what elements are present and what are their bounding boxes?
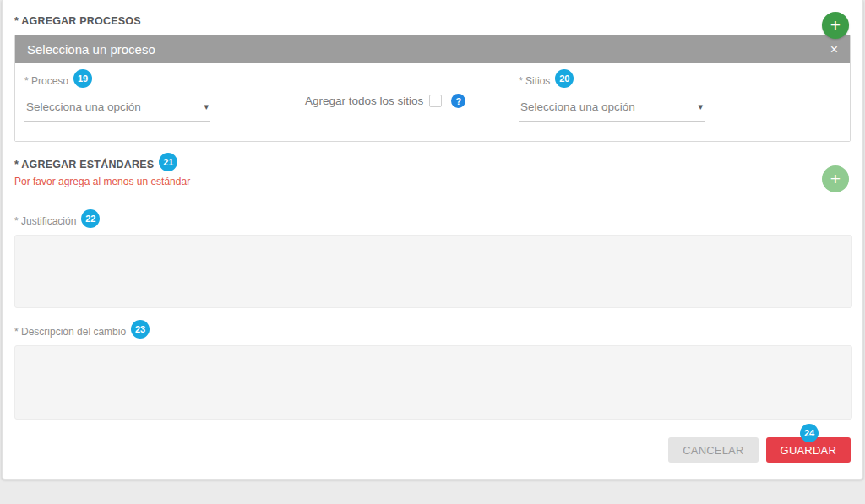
cancel-button[interactable]: CANCELAR	[668, 437, 758, 463]
proceso-panel-header: Selecciona un proceso ×	[15, 35, 850, 63]
descripcion-textarea[interactable]	[14, 345, 852, 420]
proceso-field: * Proceso19 Selecciona una opción ▾	[24, 72, 210, 122]
step-badge-21: 21	[159, 153, 177, 171]
justificacion-label: * Justificación	[14, 215, 76, 227]
procesos-section-header: * AGREGAR PROCESOS	[14, 0, 851, 14]
descripcion-label: * Descripción del cambio	[14, 326, 126, 338]
plus-icon: +	[830, 169, 841, 188]
form-card: * AGREGAR PROCESOS + Selecciona un proce…	[2, 0, 863, 480]
proceso-panel-body: * Proceso19 Selecciona una opción ▾ Agre…	[15, 63, 850, 141]
descripcion-header: * Descripción del cambio23	[14, 322, 851, 337]
justificacion-header: * Justificación22	[14, 212, 851, 226]
proceso-panel-title: Selecciona un proceso	[27, 42, 830, 57]
sitios-label: * Sitios	[519, 75, 550, 87]
step-badge-24: 24	[800, 424, 819, 442]
sitios-select-value: Selecciona una opción	[520, 100, 698, 113]
sitios-select[interactable]: Selecciona una opción ▾	[519, 100, 705, 122]
proceso-panel: Selecciona un proceso × * Proceso19 Sele…	[14, 35, 851, 142]
plus-icon: +	[830, 15, 841, 35]
step-badge-19: 19	[73, 69, 92, 88]
proceso-select[interactable]: Selecciona una opción ▾	[24, 100, 210, 122]
chevron-down-icon: ▾	[204, 101, 209, 112]
estandares-error-message: Por favor agrega al menos un estándar	[14, 176, 851, 187]
procesos-section-title: * AGREGAR PROCESOS	[14, 15, 141, 27]
step-badge-22: 22	[81, 209, 100, 228]
todos-sitios-checkbox[interactable]	[429, 95, 442, 107]
proceso-select-value: Selecciona una opción	[26, 100, 204, 113]
proceso-label: * Proceso	[24, 75, 68, 87]
chevron-down-icon: ▾	[698, 101, 703, 112]
actions-row: 24 CANCELAR GUARDAR	[14, 437, 851, 463]
estandares-section-header: * AGREGAR ESTÁNDARES21	[14, 155, 851, 170]
add-proceso-button[interactable]: +	[822, 12, 849, 39]
add-estandar-button[interactable]: +	[822, 165, 849, 192]
help-icon[interactable]: ?	[451, 94, 465, 108]
sitios-field: * Sitios20 Selecciona una opción ▾	[519, 72, 705, 122]
todos-sitios-label: Agregar todos los sitios	[305, 95, 423, 107]
todos-sitios-field: Agregar todos los sitios ?	[305, 94, 465, 108]
close-icon[interactable]: ×	[830, 43, 838, 57]
step-badge-20: 20	[555, 69, 574, 88]
estandares-section-title: * AGREGAR ESTÁNDARES	[14, 159, 154, 171]
justificacion-textarea[interactable]	[14, 235, 852, 308]
step-badge-23: 23	[131, 320, 150, 339]
